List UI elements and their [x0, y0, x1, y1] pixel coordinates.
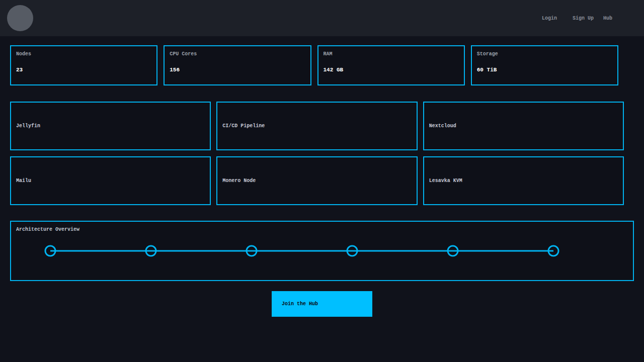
service-card-monero-node[interactable]: Monero Node	[216, 156, 417, 205]
service-card-jellyfin[interactable]: Jellyfin	[10, 102, 211, 150]
stat-value: 23	[16, 67, 151, 73]
service-title: Lesavka KVM	[429, 178, 462, 184]
stat-label: CPU Cores	[170, 51, 305, 57]
service-title: Mailu	[16, 178, 31, 184]
service-card-mailu[interactable]: Mailu	[10, 156, 211, 205]
top-nav: Login Sign Up Hub	[0, 0, 644, 36]
stats-row: Nodes 23 CPU Cores 156 RAM 142 GB Storag…	[10, 45, 618, 85]
stat-label: Storage	[477, 51, 612, 57]
avatar[interactable]	[7, 5, 33, 31]
stat-value: 156	[170, 67, 305, 73]
stat-value: 142 GB	[324, 67, 459, 73]
services-grid: Jellyfin CI/CD Pipeline Nextcloud Mailu …	[10, 102, 624, 205]
nav-link-sign-up[interactable]: Sign Up	[573, 16, 594, 21]
service-card-cicd-pipeline[interactable]: CI/CD Pipeline	[216, 102, 417, 150]
service-title: Nextcloud	[429, 123, 456, 129]
nav-links: Login Sign Up Hub	[542, 16, 612, 21]
nav-link-login[interactable]: Login	[542, 16, 557, 21]
service-title: Jellyfin	[16, 123, 40, 129]
join-hub-button[interactable]: Join the Hub	[272, 291, 372, 317]
stat-value: 60 TiB	[477, 67, 612, 73]
service-card-lesavka-kvm[interactable]: Lesavka KVM	[423, 156, 624, 205]
service-title: Monero Node	[222, 178, 256, 184]
stat-label: Nodes	[16, 51, 151, 57]
stat-card-ram: RAM 142 GB	[317, 45, 465, 85]
nav-link-hub[interactable]: Hub	[603, 16, 612, 21]
stat-card-nodes: Nodes 23	[10, 45, 157, 85]
service-card-nextcloud[interactable]: Nextcloud	[423, 102, 624, 150]
stat-card-storage: Storage 60 TiB	[471, 45, 618, 85]
architecture-overview-card: Architecture Overview	[10, 221, 634, 281]
stat-label: RAM	[324, 51, 459, 57]
architecture-diagram	[11, 222, 633, 280]
stat-card-cpu-cores: CPU Cores 156	[164, 45, 311, 85]
service-title: CI/CD Pipeline	[222, 123, 265, 129]
